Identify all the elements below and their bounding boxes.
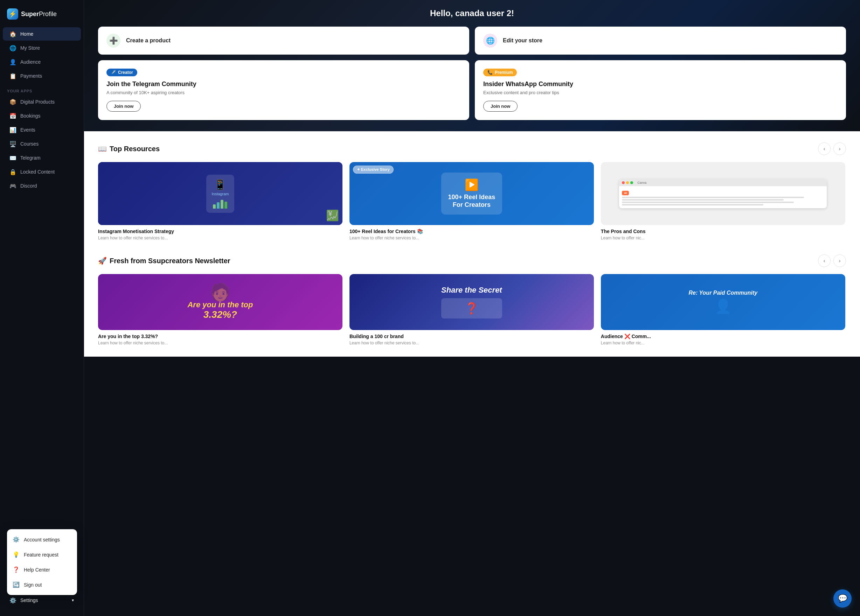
top-resources-header: 📖 Top Resources ‹ › (98, 143, 846, 155)
help-center-label: Help Center (24, 567, 50, 573)
sign-out-icon: ↪️ (13, 582, 20, 588)
resources-emoji: 📖 (98, 144, 107, 153)
sidebar-item-label: Discord (20, 183, 37, 189)
sidebar-item-label: Home (20, 31, 33, 37)
sidebar-item-label: Bookings (20, 113, 41, 119)
newsletter-desc-2: Learn how to offer niche services to... (350, 340, 594, 345)
sidebar-item-home[interactable]: 🏠 Home (3, 27, 81, 41)
sidebar-item-telegram[interactable]: ✉️ Telegram (3, 151, 81, 165)
telegram-card-desc: A community of 10K+ aspiring creators (107, 90, 461, 95)
discord-icon: 🎮 (10, 183, 16, 189)
sign-out-item[interactable]: ↪️ Sign out (7, 577, 77, 592)
feature-request-icon: 💡 (13, 551, 20, 558)
create-product-card[interactable]: ➕ Create a product (98, 27, 469, 55)
newsletter-title-3: Audience ❌ Comm... (601, 334, 845, 339)
telegram-join-button[interactable]: Join now (107, 101, 141, 112)
globe-icon: 🌐 (10, 45, 16, 51)
newsletter-thumb-2: Share the Secret ❓ (350, 274, 594, 330)
newsletter-card-top-percent[interactable]: 🧑 Are you in the top 3.32%? Are you in t… (98, 274, 342, 345)
newsletter-grid: 🧑 Are you in the top 3.32%? Are you in t… (98, 274, 846, 345)
sidebar-item-discord[interactable]: 🎮 Discord (3, 179, 81, 193)
sign-out-label: Sign out (24, 582, 42, 588)
newsletter-next-button[interactable]: › (833, 254, 846, 267)
digital-products-icon: 📦 (10, 99, 16, 105)
sidebar-item-label: Audience (20, 59, 41, 65)
resource-thumb-reel: ✦ Exclusive Story ▶️ 100+ Reel IdeasFor … (350, 162, 594, 225)
chat-button[interactable]: 💬 (833, 589, 852, 608)
edit-store-card[interactable]: 🌐 Edit your store (475, 27, 846, 55)
feature-request-item[interactable]: 💡 Feature request (7, 547, 77, 562)
sidebar-item-my-store[interactable]: 🌐 My Store (3, 41, 81, 55)
chat-icon: 💬 (838, 594, 847, 603)
resources-next-button[interactable]: › (833, 143, 846, 155)
your-apps-label: YOUR APPS (0, 83, 84, 94)
settings-gear-icon: ⚙️ (10, 597, 16, 603)
newsletter-desc-3: Learn how to offer nic... (601, 340, 845, 345)
lock-icon: 🔒 (10, 169, 16, 175)
settings-icon: ⚙️ (13, 536, 20, 543)
telegram-badge: ✈️ Creator (107, 69, 137, 76)
resource-desc-1: Learn how to offer niche services to... (98, 235, 342, 240)
community-cards-row: ✈️ Creator Join the Telegram Community A… (98, 60, 846, 120)
sidebar-item-settings[interactable]: ⚙️ Settings ▾ (3, 594, 81, 607)
whatsapp-join-button[interactable]: Join now (483, 101, 518, 112)
main-white-content: 📖 Top Resources ‹ › ✦ Exclusive Story (84, 131, 860, 357)
sidebar-item-locked-content[interactable]: 🔒 Locked Content (3, 165, 81, 179)
resource-desc-3: Learn how to offer nic... (601, 235, 845, 240)
sidebar-item-courses[interactable]: 🖥️ Courses (3, 137, 81, 150)
sidebar-item-label: Locked Content (20, 169, 55, 175)
newsletter-thumb-1: 🧑 Are you in the top 3.32%? (98, 274, 342, 330)
telegram-card-title: Join the Telegram Community (107, 80, 461, 88)
sidebar-item-payments[interactable]: 📋 Payments (3, 69, 81, 83)
resource-title-3: The Pros and Cons (601, 229, 845, 234)
sidebar-item-label: Payments (20, 73, 42, 79)
newsletter-card-share-secret[interactable]: Share the Secret ❓ Building a 100 cr bra… (350, 274, 594, 345)
page-greeting: Hello, canada user 2! (98, 8, 846, 18)
sidebar: ⚡ SuperProfile 🏠 Home 🌐 My Store 👤 Audie… (0, 0, 84, 616)
sidebar-item-label: Settings (20, 597, 38, 603)
sidebar-nav: 🏠 Home 🌐 My Store 👤 Audience 📋 Payments … (0, 27, 84, 590)
reel-play-icon: ▶️ (448, 178, 496, 191)
sidebar-item-events[interactable]: 📊 Events (3, 123, 81, 136)
newsletter-prev-button[interactable]: ‹ (818, 254, 830, 267)
top-resources-title: 📖 Top Resources (98, 144, 160, 153)
edit-store-icon: 🌐 (483, 34, 497, 48)
courses-icon: 🖥️ (10, 141, 16, 147)
account-settings-item[interactable]: ⚙️ Account settings (7, 532, 77, 547)
edit-store-label: Edit your store (503, 38, 542, 44)
newsletter-title-2: Building a 100 cr brand (350, 334, 594, 339)
resources-prev-button[interactable]: ‹ (818, 143, 830, 155)
resources-grid: ✦ Exclusive Story 📱 Instagram (98, 162, 846, 240)
sidebar-item-digital-products[interactable]: 📦 Digital Products (3, 95, 81, 108)
telegram-badge-icon: ✈️ (111, 70, 116, 75)
payments-icon: 📋 (10, 73, 16, 79)
telegram-community-card: ✈️ Creator Join the Telegram Community A… (98, 60, 469, 120)
resource-card-pros-cons[interactable]: Canva AI The Pros and (601, 162, 845, 240)
feature-request-label: Feature request (24, 552, 58, 558)
newsletter-emoji: 🚀 (98, 257, 107, 265)
sidebar-item-label: Digital Products (20, 99, 55, 105)
events-icon: 📊 (10, 127, 16, 133)
help-center-item[interactable]: ❓ Help Center (7, 562, 77, 577)
whatsapp-badge-icon: 📞 (487, 70, 493, 75)
sidebar-item-audience[interactable]: 👤 Audience (3, 55, 81, 69)
newsletter-desc-1: Learn how to offer niche services to... (98, 340, 342, 345)
popup-menu: ⚙️ Account settings 💡 Feature request ❓ … (7, 529, 77, 595)
logo-icon: ⚡ (7, 8, 18, 20)
sidebar-item-label: Courses (20, 141, 39, 147)
create-product-label: Create a product (126, 38, 171, 44)
newsletter-card-paid-community[interactable]: Re: Your Paid Community 👤 Audience ❌ Com… (601, 274, 845, 345)
newsletter-title: 🚀 Fresh from Ssupcreators Newsletter (98, 257, 231, 265)
resource-title-1: Instagram Monetisation Strategy (98, 229, 342, 234)
resource-thumb-pros-cons: Canva AI (601, 162, 845, 225)
sidebar-item-label: My Store (20, 45, 40, 51)
settings-chevron-icon: ▾ (72, 598, 74, 603)
create-product-icon: ➕ (107, 34, 121, 48)
resource-card-reel-ideas[interactable]: ✦ Exclusive Story ▶️ 100+ Reel IdeasFor … (350, 162, 594, 240)
resource-card-instagram[interactable]: ✦ Exclusive Story 📱 Instagram (98, 162, 342, 240)
account-settings-label: Account settings (24, 537, 60, 542)
resource-title-2: 100+ Reel Ideas for Creators 📚 (350, 229, 594, 234)
whatsapp-community-card: 📞 Premium Insider WhatsApp Community Exc… (475, 60, 846, 120)
logo[interactable]: ⚡ SuperProfile (0, 6, 84, 27)
sidebar-item-bookings[interactable]: 📅 Bookings (3, 109, 81, 122)
